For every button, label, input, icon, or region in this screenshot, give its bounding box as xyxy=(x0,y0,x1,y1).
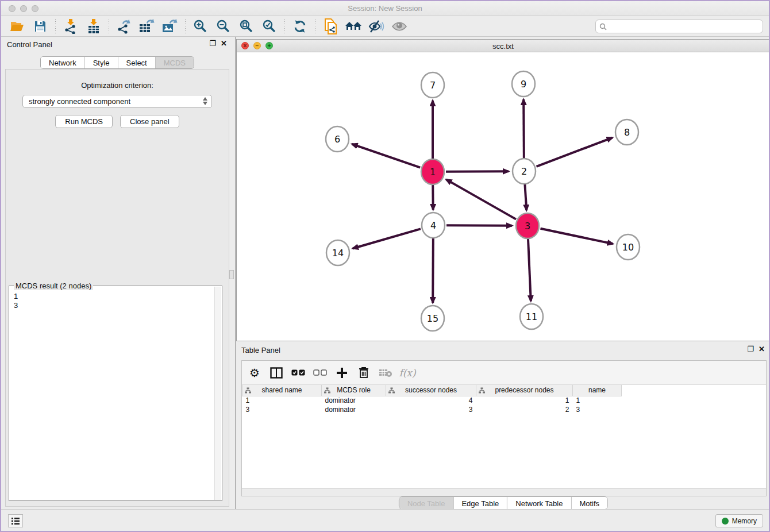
cell-successor-nodes[interactable]: 3 xyxy=(386,405,476,414)
edge-1-6[interactable] xyxy=(352,144,421,168)
edge-3-10[interactable] xyxy=(541,229,613,244)
main-toolbar xyxy=(1,16,769,37)
node-table[interactable]: shared nameMCDS rolesuccessor nodesprede… xyxy=(242,385,622,414)
mcds-result-lines[interactable]: 13 xyxy=(14,292,214,499)
memory-button[interactable]: Memory xyxy=(715,514,763,527)
splitter-grip[interactable] xyxy=(229,270,234,279)
tab-node-table[interactable]: Node Table xyxy=(399,497,453,509)
tab-select[interactable]: Select xyxy=(118,57,155,68)
home-icon[interactable] xyxy=(342,18,365,35)
copy-network-icon[interactable] xyxy=(319,18,342,35)
column-browser-icon[interactable] xyxy=(268,365,284,381)
memory-status-icon xyxy=(722,518,729,525)
status-bar: Memory xyxy=(1,509,769,531)
zoom-out-icon[interactable] xyxy=(212,18,235,35)
selected-option: strongly connected component xyxy=(29,97,130,106)
hide-details-icon[interactable] xyxy=(365,18,388,35)
search-field[interactable] xyxy=(595,20,763,33)
edge-3-1[interactable] xyxy=(446,179,516,219)
column-header-shared-name[interactable]: shared name xyxy=(242,385,322,396)
tab-style[interactable]: Style xyxy=(84,57,118,68)
save-session-icon[interactable] xyxy=(29,18,52,35)
table-panel: Table Panel ❐ ✕ ⚙ xyxy=(236,342,770,511)
node-label-2: 2 xyxy=(521,166,527,177)
network-canvas[interactable]: 7968124314101511 xyxy=(237,52,769,341)
control-panel-close-icon[interactable]: ✕ xyxy=(221,40,227,48)
search-input[interactable] xyxy=(610,22,759,30)
unselect-all-columns-icon[interactable] xyxy=(312,365,328,381)
mcds-result-box: MCDS result (2 nodes) 13 xyxy=(9,286,222,501)
control-panel-float-icon[interactable]: ❐ xyxy=(209,40,216,48)
create-column-icon[interactable] xyxy=(334,365,350,381)
show-details-icon[interactable] xyxy=(388,18,411,35)
tab-network[interactable]: Network xyxy=(41,57,84,68)
table-panel-title: Table Panel xyxy=(241,346,280,354)
table-panel-close-icon[interactable]: ✕ xyxy=(759,345,765,353)
export-table-icon[interactable] xyxy=(136,18,159,35)
tab-edge-table[interactable]: Edge Table xyxy=(453,497,507,509)
edge-4-15[interactable] xyxy=(433,238,433,303)
node-label-6: 6 xyxy=(334,134,340,145)
export-image-icon[interactable] xyxy=(159,18,182,35)
node-label-10: 10 xyxy=(622,242,634,253)
mcds-result-legend: MCDS result (2 nodes) xyxy=(14,282,93,290)
cell-successor-nodes[interactable]: 4 xyxy=(386,396,476,405)
cell-name[interactable]: 3 xyxy=(573,405,622,414)
table-horizontal-scrollbar[interactable] xyxy=(242,488,766,496)
close-panel-button[interactable]: Close panel xyxy=(120,115,179,128)
edge-1-2[interactable] xyxy=(446,171,509,172)
node-label-15: 15 xyxy=(427,313,438,324)
tab-network-table[interactable]: Network Table xyxy=(507,497,571,509)
node-label-8: 8 xyxy=(624,127,630,138)
cell-name[interactable]: 1 xyxy=(573,396,622,405)
column-header-MCDS-role[interactable]: MCDS role xyxy=(322,385,386,396)
cell-shared-name[interactable]: 1 xyxy=(242,396,322,405)
cell-predecessor-nodes[interactable]: 2 xyxy=(476,405,573,414)
control-panel-title: Control Panel xyxy=(7,40,52,49)
export-network-icon[interactable] xyxy=(113,18,136,35)
table-row[interactable]: 3dominator323 xyxy=(242,405,622,414)
refresh-icon[interactable] xyxy=(288,18,311,35)
cell-MCDS-role[interactable]: dominator xyxy=(322,396,386,405)
zoom-fit-icon[interactable] xyxy=(235,18,258,35)
task-history-button[interactable] xyxy=(8,514,23,527)
network-graph[interactable]: 7968124314101511 xyxy=(237,52,769,341)
run-mcds-button[interactable]: Run MCDS xyxy=(55,115,113,128)
edge-3-11[interactable] xyxy=(528,239,531,301)
edge-2-9[interactable] xyxy=(523,99,524,158)
zoom-in-icon[interactable] xyxy=(189,18,212,35)
result-scrollbar[interactable] xyxy=(214,287,221,500)
mcds-tab-content: Optimization criterion: strongly connect… xyxy=(5,69,229,507)
open-file-icon[interactable] xyxy=(6,18,29,35)
edge-2-3[interactable] xyxy=(525,184,526,210)
edge-2-8[interactable] xyxy=(537,138,613,167)
function-builder-icon: f(x) xyxy=(399,365,415,381)
zoom-selected-icon[interactable] xyxy=(258,18,281,35)
import-table-icon[interactable] xyxy=(82,18,105,35)
delete-column-icon[interactable] xyxy=(356,365,372,381)
cell-MCDS-role[interactable]: dominator xyxy=(322,405,386,414)
table-toolbar: ⚙ f(x) xyxy=(242,361,766,385)
network-window-titlebar[interactable]: × − + scc.txt xyxy=(237,40,769,52)
optimization-criterion-label: Optimization criterion: xyxy=(6,81,229,90)
cell-predecessor-nodes[interactable]: 1 xyxy=(476,396,573,405)
network-view-window: × − + scc.txt 7968124314101511 xyxy=(236,39,770,341)
select-all-columns-icon[interactable] xyxy=(290,365,306,381)
column-header-predecessor-nodes[interactable]: predecessor nodes xyxy=(476,385,573,396)
tab-mcds[interactable]: MCDS xyxy=(155,57,194,68)
column-header-name[interactable]: name xyxy=(573,385,622,396)
cell-shared-name[interactable]: 3 xyxy=(242,405,322,414)
table-panel-float-icon[interactable]: ❐ xyxy=(747,345,754,353)
table-panel-tabs: Node TableEdge TableNetwork TableMotifs xyxy=(399,496,608,510)
table-settings-icon[interactable]: ⚙ xyxy=(247,365,263,381)
select-stepper-icon xyxy=(203,97,207,105)
application-window: Session: New Session xyxy=(1,1,769,531)
import-network-icon[interactable] xyxy=(59,18,82,35)
toolbar-separator xyxy=(55,19,56,34)
tab-motifs[interactable]: Motifs xyxy=(571,497,607,509)
column-header-successor-nodes[interactable]: successor nodes xyxy=(386,385,476,396)
table-row[interactable]: 1dominator411 xyxy=(242,396,622,405)
optimization-criterion-select[interactable]: strongly connected component xyxy=(22,95,212,108)
edge-4-3[interactable] xyxy=(446,225,512,226)
edge-4-14[interactable] xyxy=(353,229,421,248)
